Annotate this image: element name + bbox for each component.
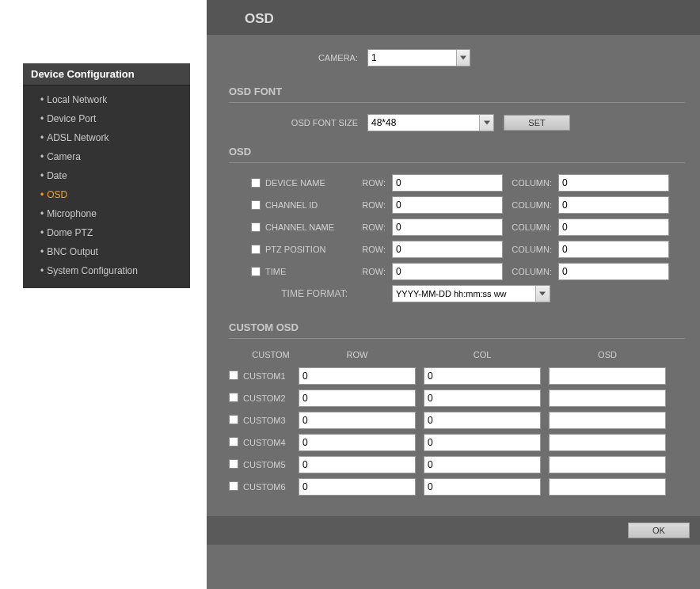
channel-id-label: CHANNEL ID bbox=[265, 200, 352, 210]
osd-row-channel-id: CHANNEL ID ROW: COLUMN: bbox=[251, 196, 685, 214]
custom5-osd-input[interactable] bbox=[549, 456, 666, 473]
osd-row-device-name: DEVICE NAME ROW: COLUMN: bbox=[251, 174, 685, 192]
custom3-label: CUSTOM3 bbox=[243, 416, 299, 425]
col-label: COLUMN: bbox=[503, 267, 558, 276]
custom3-osd-input[interactable] bbox=[549, 412, 666, 429]
custom5-label: CUSTOM5 bbox=[243, 460, 299, 469]
channel-name-col-input[interactable] bbox=[558, 218, 669, 236]
osd-row-channel-name: CHANNEL NAME ROW: COLUMN: bbox=[251, 218, 685, 236]
custom4-label: CUSTOM4 bbox=[243, 438, 299, 447]
time-row-input[interactable] bbox=[392, 263, 503, 280]
device-name-col-input[interactable] bbox=[558, 174, 669, 192]
camera-value[interactable] bbox=[368, 50, 456, 66]
chevron-down-icon[interactable] bbox=[479, 115, 493, 131]
content: CAMERA: OSD FONT OSD FONT SIZE SET OSD bbox=[207, 35, 700, 496]
custom6-col-input[interactable] bbox=[424, 478, 541, 496]
sidebar-item-local-network[interactable]: •Local Network bbox=[23, 90, 190, 109]
custom-row-3: CUSTOM3 bbox=[229, 412, 685, 429]
custom4-checkbox[interactable] bbox=[229, 437, 238, 446]
custom3-col-input[interactable] bbox=[424, 412, 541, 429]
custom2-label: CUSTOM2 bbox=[243, 393, 299, 403]
sidebar-item-osd[interactable]: •OSD bbox=[23, 185, 190, 204]
camera-select[interactable] bbox=[367, 49, 470, 66]
device-name-checkbox[interactable] bbox=[251, 178, 261, 188]
custom1-checkbox[interactable] bbox=[229, 370, 238, 380]
sidebar-item-label: Camera bbox=[47, 151, 81, 162]
osd-rows: DEVICE NAME ROW: COLUMN: CHANNEL ID ROW:… bbox=[251, 174, 685, 302]
custom1-col-input[interactable] bbox=[424, 367, 541, 385]
time-col-input[interactable] bbox=[558, 263, 669, 280]
bullet-icon: • bbox=[40, 170, 44, 181]
custom4-row-input[interactable] bbox=[299, 434, 416, 451]
bullet-icon: • bbox=[40, 246, 44, 257]
set-button[interactable]: SET bbox=[504, 115, 570, 131]
sidebar-item-bnc-output[interactable]: •BNC Output bbox=[23, 242, 190, 261]
bullet-icon: • bbox=[40, 94, 44, 105]
channel-id-checkbox[interactable] bbox=[251, 200, 261, 210]
ptz-position-col-input[interactable] bbox=[558, 241, 669, 258]
custom-row-6: CUSTOM6 bbox=[229, 478, 685, 496]
channel-name-checkbox[interactable] bbox=[251, 222, 261, 232]
time-format-select[interactable] bbox=[392, 285, 550, 302]
device-name-row-input[interactable] bbox=[392, 174, 503, 192]
col-label: COLUMN: bbox=[503, 178, 558, 188]
bullet-icon: • bbox=[40, 208, 44, 219]
custom5-col-input[interactable] bbox=[424, 456, 541, 473]
custom6-osd-input[interactable] bbox=[549, 478, 666, 496]
custom1-label: CUSTOM1 bbox=[243, 371, 299, 381]
sidebar-list: •Local Network •Device Port •ADSL Networ… bbox=[23, 86, 190, 288]
custom2-col-input[interactable] bbox=[424, 390, 541, 407]
custom1-row-input[interactable] bbox=[299, 367, 416, 385]
time-format-row: TIME FORMAT: bbox=[251, 285, 685, 302]
ptz-position-row-input[interactable] bbox=[392, 241, 503, 258]
channel-id-col-input[interactable] bbox=[558, 196, 669, 214]
custom2-row-input[interactable] bbox=[299, 390, 416, 407]
chevron-down-icon[interactable] bbox=[456, 50, 470, 66]
sidebar-item-system-configuration[interactable]: •System Configuration bbox=[23, 261, 190, 280]
chevron-down-icon[interactable] bbox=[535, 286, 550, 302]
channel-id-row-input[interactable] bbox=[392, 196, 503, 214]
page-title: OSD bbox=[207, 0, 700, 35]
bullet-icon: • bbox=[40, 227, 44, 238]
bullet-icon: • bbox=[40, 189, 44, 200]
custom4-col-input[interactable] bbox=[424, 434, 541, 451]
custom-head-row: ROW bbox=[299, 350, 416, 359]
custom3-checkbox[interactable] bbox=[229, 415, 238, 424]
sidebar-item-label: Date bbox=[47, 170, 67, 181]
sidebar-item-adsl-network[interactable]: •ADSL Network bbox=[23, 128, 190, 147]
sidebar-item-date[interactable]: •Date bbox=[23, 166, 190, 185]
main-panel: OSD CAMERA: OSD FONT OSD FONT SIZE S bbox=[207, 0, 700, 589]
sidebar-item-label: Local Network bbox=[47, 94, 107, 105]
custom-head-osd: OSD bbox=[549, 350, 666, 359]
sidebar-title: Device Configuration bbox=[23, 63, 190, 86]
custom4-osd-input[interactable] bbox=[549, 434, 666, 451]
section-custom-osd: CUSTOM OSD bbox=[229, 307, 685, 339]
sidebar-item-dome-ptz[interactable]: •Dome PTZ bbox=[23, 223, 190, 242]
channel-name-row-input[interactable] bbox=[392, 218, 503, 236]
ok-button[interactable]: OK bbox=[628, 522, 690, 538]
sidebar-item-microphone[interactable]: •Microphone bbox=[23, 204, 190, 223]
custom-row-5: CUSTOM5 bbox=[229, 456, 685, 473]
custom5-row-input[interactable] bbox=[299, 456, 416, 473]
sidebar-item-label: BNC Output bbox=[47, 246, 98, 257]
col-label: COLUMN: bbox=[503, 222, 558, 232]
custom5-checkbox[interactable] bbox=[229, 459, 238, 469]
time-checkbox[interactable] bbox=[251, 267, 261, 276]
osd-font-size-select[interactable] bbox=[367, 114, 494, 131]
sidebar-item-device-port[interactable]: •Device Port bbox=[23, 109, 190, 128]
section-osd-font: OSD FONT bbox=[229, 71, 685, 103]
custom-osd-header: CUSTOM ROW COL OSD bbox=[229, 350, 685, 359]
custom6-row-input[interactable] bbox=[299, 478, 416, 496]
custom2-checkbox[interactable] bbox=[229, 393, 238, 402]
custom2-osd-input[interactable] bbox=[549, 390, 666, 407]
sidebar-item-camera[interactable]: •Camera bbox=[23, 147, 190, 166]
custom1-osd-input[interactable] bbox=[549, 367, 666, 385]
sidebar-item-label: OSD bbox=[47, 189, 67, 200]
ptz-position-checkbox[interactable] bbox=[251, 245, 261, 254]
custom6-checkbox[interactable] bbox=[229, 481, 238, 491]
time-format-value[interactable] bbox=[393, 286, 535, 302]
custom3-row-input[interactable] bbox=[299, 412, 416, 429]
channel-name-label: CHANNEL NAME bbox=[265, 222, 352, 232]
osd-font-size-value[interactable] bbox=[368, 115, 479, 131]
osd-row-ptz-position: PTZ POSITION ROW: COLUMN: bbox=[251, 241, 685, 258]
